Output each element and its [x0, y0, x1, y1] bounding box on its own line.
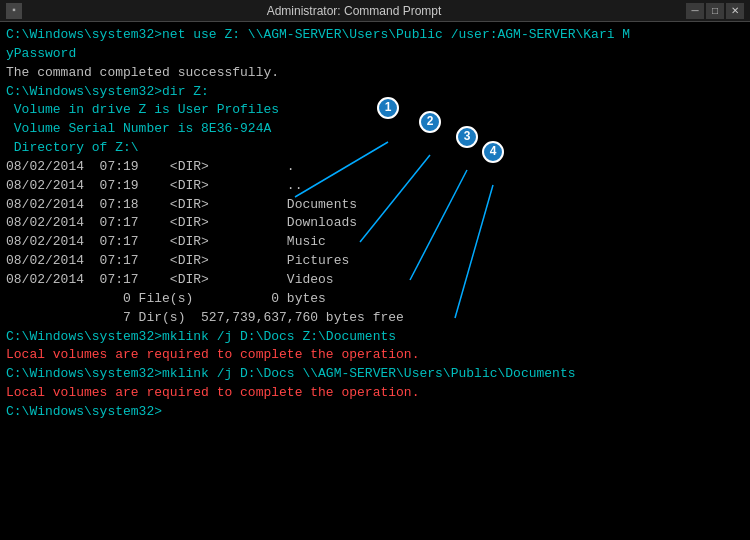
console-line: 0 File(s) 0 bytes — [6, 290, 744, 309]
window-title: Administrator: Command Prompt — [22, 4, 686, 18]
console-line: 08/02/2014 07:17 <DIR> Pictures — [6, 252, 744, 271]
console-line: C:\Windows\system32>net use Z: \\AGM-SER… — [6, 26, 744, 45]
console-window[interactable]: C:\Windows\system32>net use Z: \\AGM-SER… — [0, 22, 750, 540]
minimize-button[interactable]: ─ — [686, 3, 704, 19]
title-bar: ▪ Administrator: Command Prompt ─ □ ✕ — [0, 0, 750, 22]
console-line: 08/02/2014 07:19 <DIR> . — [6, 158, 744, 177]
maximize-button[interactable]: □ — [706, 3, 724, 19]
console-line: 08/02/2014 07:19 <DIR> .. — [6, 177, 744, 196]
console-line: 08/02/2014 07:17 <DIR> Music — [6, 233, 744, 252]
annotation-bubble-3: 3 — [456, 126, 478, 148]
console-line: C:\Windows\system32>mklink /j D:\Docs \\… — [6, 365, 744, 384]
console-line: C:\Windows\system32> — [6, 403, 744, 422]
console-line: Volume in drive Z is User Profiles — [6, 101, 744, 120]
console-line: Local volumes are required to complete t… — [6, 384, 744, 403]
console-line: Volume Serial Number is 8E36-924A — [6, 120, 744, 139]
annotation-bubble-4: 4 — [482, 141, 504, 163]
console-line: yPassword — [6, 45, 744, 64]
console-line: The command completed successfully. — [6, 64, 744, 83]
console-line: C:\Windows\system32>dir Z: — [6, 83, 744, 102]
console-line: Directory of Z:\ — [6, 139, 744, 158]
window-controls: ─ □ ✕ — [686, 3, 744, 19]
annotation-bubble-2: 2 — [419, 111, 441, 133]
close-button[interactable]: ✕ — [726, 3, 744, 19]
console-line: C:\Windows\system32>mklink /j D:\Docs Z:… — [6, 328, 744, 347]
annotation-bubble-1: 1 — [377, 97, 399, 119]
console-line: 08/02/2014 07:17 <DIR> Videos — [6, 271, 744, 290]
window-icon: ▪ — [6, 3, 22, 19]
console-output: C:\Windows\system32>net use Z: \\AGM-SER… — [6, 26, 744, 422]
console-line: Local volumes are required to complete t… — [6, 346, 744, 365]
console-line: 08/02/2014 07:18 <DIR> Documents — [6, 196, 744, 215]
console-line: 7 Dir(s) 527,739,637,760 bytes free — [6, 309, 744, 328]
console-line: 08/02/2014 07:17 <DIR> Downloads — [6, 214, 744, 233]
